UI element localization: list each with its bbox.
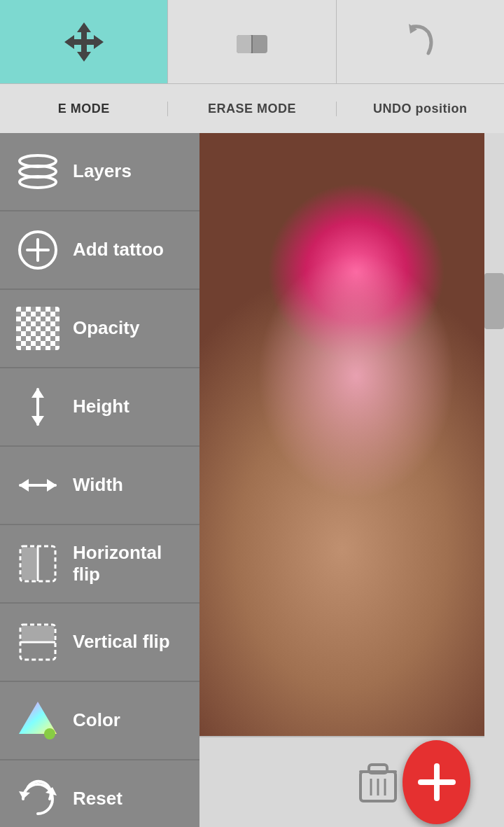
move-mode-label: E MODE [0, 102, 168, 116]
svg-marker-12 [31, 388, 44, 398]
bottom-bar [200, 736, 484, 827]
svg-marker-0 [64, 22, 104, 62]
reset-button[interactable]: Reset [0, 760, 200, 827]
opacity-button[interactable]: Opacity [0, 290, 200, 368]
svg-rect-32 [369, 765, 387, 773]
toolbar: E MODE ERASE MODE UNDO position [0, 0, 504, 133]
hflip-button[interactable]: Horizontal flip [0, 525, 200, 604]
vflip-button[interactable]: Vertical flip [0, 604, 200, 682]
svg-rect-2 [237, 35, 252, 53]
add-tattoo-button[interactable]: Add tattoo [0, 211, 200, 290]
width-icon [13, 460, 63, 510]
add-fab-button[interactable] [402, 740, 470, 824]
erase-mode-button[interactable] [168, 0, 336, 83]
width-button[interactable]: Width [0, 447, 200, 525]
height-label: Height [73, 396, 130, 417]
side-menu: Layers Add tattoo Opacity [0, 133, 200, 827]
opacity-icon [13, 303, 63, 354]
portrait-image [200, 133, 484, 827]
svg-marker-15 [19, 479, 29, 492]
add-icon [13, 225, 63, 275]
width-label: Width [73, 474, 123, 496]
toolbar-labels: E MODE ERASE MODE UNDO position [0, 84, 504, 133]
hflip-label: Horizontal flip [73, 542, 187, 585]
add-tattoo-label: Add tattoo [73, 239, 164, 260]
layers-icon [13, 146, 63, 197]
vflip-icon [13, 617, 63, 667]
move-mode-button[interactable] [0, 0, 168, 83]
opacity-label: Opacity [73, 317, 139, 339]
height-button[interactable]: Height [0, 368, 200, 447]
reset-icon [13, 774, 63, 824]
main-area: Layers Add tattoo Opacity [0, 133, 504, 827]
canvas-area: REMOVE [200, 133, 484, 827]
svg-marker-13 [31, 416, 44, 426]
hflip-icon [13, 538, 63, 589]
color-icon [13, 695, 63, 746]
svg-rect-22 [22, 626, 54, 641]
color-label: Color [73, 709, 120, 731]
reset-label: Reset [73, 788, 122, 809]
undo-label: UNDO position [337, 102, 504, 116]
scroll-thumb[interactable] [484, 273, 504, 329]
color-button[interactable]: Color [0, 682, 200, 760]
undo-button[interactable] [337, 0, 504, 83]
svg-point-25 [44, 728, 55, 739]
layers-button[interactable]: Layers [0, 133, 200, 211]
layers-label: Layers [73, 160, 132, 182]
toolbar-icons [0, 0, 504, 84]
svg-rect-19 [22, 548, 36, 580]
erase-mode-label: ERASE MODE [168, 102, 336, 116]
svg-marker-16 [47, 479, 57, 492]
vflip-label: Vertical flip [73, 631, 170, 653]
delete-button[interactable] [354, 754, 402, 810]
scrollbar[interactable] [484, 133, 504, 827]
height-icon [13, 382, 63, 432]
